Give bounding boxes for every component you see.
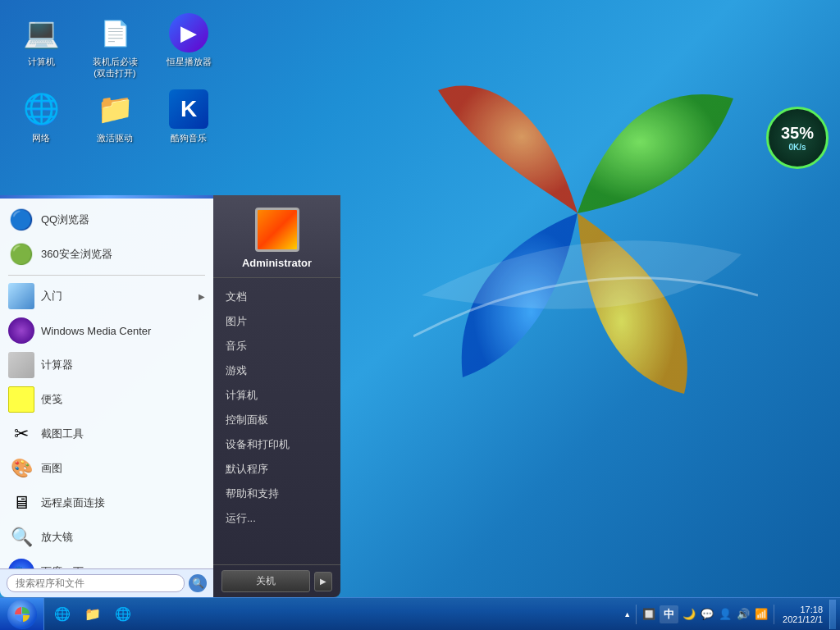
divider-1 xyxy=(8,275,205,276)
taskbar-network-icon: 🌐 xyxy=(54,606,71,623)
baidu-icon: 🐾 xyxy=(8,559,34,568)
intro-icon xyxy=(8,283,34,309)
right-links: 文档 图片 音乐 游戏 计算机 控制面板 设备和打印机 默认程序 帮助和支持 运… xyxy=(213,278,340,564)
start-menu-left: 🔵 QQ浏览器 🟢 360安全浏览器 入门 ▶ xyxy=(0,195,213,597)
qq-browser-icon: 🔵 xyxy=(8,207,34,233)
shutdown-button[interactable]: 关机 xyxy=(221,570,310,592)
taskbar-apps: 🌐 📁 🌐 xyxy=(44,600,619,628)
taskbar-app-explorer[interactable]: 📁 xyxy=(79,600,107,628)
computer-icon-label: 计算机 xyxy=(28,56,55,67)
qq-browser-label: QQ浏览器 xyxy=(41,212,205,227)
ime-indicator[interactable]: 中 xyxy=(660,605,678,623)
kkmusic-label: 酷狗音乐 xyxy=(171,132,207,144)
desktop-icon-driver[interactable]: 📁 激活驱动 xyxy=(82,84,148,148)
tray-network-tray-icon[interactable]: 📶 xyxy=(754,607,769,622)
right-link-default-programs[interactable]: 默认程序 xyxy=(213,457,340,482)
360-browser-icon: 🟢 xyxy=(8,241,34,267)
tray-user-icon[interactable]: 👤 xyxy=(718,607,733,622)
tray-time: 17:18 xyxy=(800,605,823,614)
start-menu-item-sticky[interactable]: 便笺 xyxy=(0,382,213,417)
right-link-pictures[interactable]: 图片 xyxy=(213,309,340,334)
tray-checkbox-icon[interactable]: 🔲 xyxy=(641,607,656,622)
network-icon: 🌐 xyxy=(21,89,61,129)
taskbar-ie-icon: 🌐 xyxy=(115,606,131,623)
start-menu-item-baidu[interactable]: 🐾 百度一下 xyxy=(0,555,213,568)
right-link-documents[interactable]: 文档 xyxy=(213,285,340,309)
shutdown-arrow[interactable]: ▶ xyxy=(314,572,332,591)
tray-expand-arrow[interactable]: ▲ xyxy=(623,610,631,619)
remote-icon: 🖥 xyxy=(8,490,34,516)
right-link-run[interactable]: 运行... xyxy=(213,506,340,531)
widget-speed: 0K/s xyxy=(788,143,806,152)
tray-moon-icon[interactable]: 🌙 xyxy=(682,607,696,622)
360-browser-label: 360安全浏览器 xyxy=(41,247,205,262)
paint-label: 画图 xyxy=(41,461,205,476)
widget-circle: 35% 0K/s xyxy=(766,107,829,169)
desktop-icon-kkmusic[interactable]: K 酷狗音乐 xyxy=(156,84,221,148)
computer-icon: 💻 xyxy=(21,13,61,52)
start-menu-items: 🔵 QQ浏览器 🟢 360安全浏览器 入门 ▶ xyxy=(0,199,213,568)
start-orb xyxy=(7,600,37,629)
driver-label: 激活驱动 xyxy=(97,132,133,144)
user-section: Administrator xyxy=(213,195,340,278)
magnifier-label: 放大镜 xyxy=(41,530,205,545)
start-menu-bottom: 关机 ▶ xyxy=(213,564,340,597)
wmc-label: Windows Media Center xyxy=(41,325,205,337)
install-apps-label: 装机后必读(双击打开) xyxy=(87,56,143,80)
taskbar-app-ie[interactable]: 🌐 xyxy=(109,600,137,628)
tray-clock: 17:18 2021/12/1 xyxy=(779,605,826,624)
start-menu: 🔵 QQ浏览器 🟢 360安全浏览器 入门 ▶ xyxy=(0,195,340,597)
desktop-icon-media-player[interactable]: ▶ 恒星播放器 xyxy=(156,8,221,84)
media-player-label: 恒星播放器 xyxy=(167,56,212,67)
tray-divider-1 xyxy=(636,605,637,624)
start-menu-item-magnifier[interactable]: 🔍 放大镜 xyxy=(0,520,213,555)
wmc-icon xyxy=(8,317,34,344)
intro-arrow: ▶ xyxy=(199,292,205,301)
start-menu-item-qq-browser[interactable]: 🔵 QQ浏览器 xyxy=(0,203,213,237)
media-player-icon: ▶ xyxy=(169,13,208,52)
right-link-help[interactable]: 帮助和支持 xyxy=(213,482,340,506)
calculator-label: 计算器 xyxy=(41,358,205,372)
taskbar-app-network[interactable]: 🌐 xyxy=(48,600,76,628)
driver-icon: 📁 xyxy=(95,89,135,129)
avatar xyxy=(255,208,299,252)
network-label: 网络 xyxy=(32,132,50,144)
desktop-icon-computer[interactable]: 💻 计算机 xyxy=(8,8,74,84)
windows-logo xyxy=(413,49,758,394)
search-input[interactable] xyxy=(7,574,185,592)
start-menu-item-snipping[interactable]: ✂ 截图工具 xyxy=(0,417,213,451)
start-button[interactable] xyxy=(0,598,44,631)
right-link-music[interactable]: 音乐 xyxy=(213,334,340,358)
taskbar: 🌐 📁 🌐 ▲ 🔲 中 🌙 💬 👤 🔊 📶 17:18 2021/12/1 xyxy=(0,597,840,630)
show-desktop-button[interactable] xyxy=(829,600,836,629)
desktop-icon-network[interactable]: 🌐 网络 xyxy=(8,84,74,148)
right-link-control-panel[interactable]: 控制面板 xyxy=(213,408,340,432)
right-link-devices[interactable]: 设备和打印机 xyxy=(213,432,340,457)
start-menu-search: 🔍 xyxy=(0,568,213,597)
desktop-icon-install-apps[interactable]: 📄 装机后必读(双击打开) xyxy=(82,8,148,84)
widget-percent: 35% xyxy=(781,124,814,143)
start-menu-item-paint[interactable]: 🎨 画图 xyxy=(0,451,213,486)
magnifier-icon: 🔍 xyxy=(8,524,34,550)
sticky-label: 便笺 xyxy=(41,392,205,407)
right-link-computer[interactable]: 计算机 xyxy=(213,383,340,408)
search-button[interactable]: 🔍 xyxy=(189,574,207,592)
start-menu-item-360-browser[interactable]: 🟢 360安全浏览器 xyxy=(0,237,213,272)
start-menu-item-intro[interactable]: 入门 ▶ xyxy=(0,279,213,313)
start-menu-item-remote[interactable]: 🖥 远程桌面连接 xyxy=(0,486,213,520)
snipping-label: 截图工具 xyxy=(41,427,205,441)
start-menu-right: Administrator 文档 图片 音乐 游戏 计算机 控制面板 设备和打印… xyxy=(213,195,340,597)
calculator-icon xyxy=(8,352,34,378)
start-menu-item-calculator[interactable]: 计算器 xyxy=(0,348,213,382)
desktop: 💻 计算机 📄 装机后必读(双击打开) ▶ 恒星播放器 🌐 网络 📁 激活驱动 xyxy=(0,0,840,630)
right-link-games[interactable]: 游戏 xyxy=(213,358,340,383)
tray-volume-icon[interactable]: 🔊 xyxy=(736,607,751,622)
desktop-icon-row-1: 💻 计算机 📄 装机后必读(双击打开) ▶ 恒星播放器 xyxy=(8,8,221,84)
start-menu-item-wmc[interactable]: Windows Media Center xyxy=(0,313,213,348)
baidu-label: 百度一下 xyxy=(41,564,205,568)
sticky-icon xyxy=(8,386,34,413)
tray-bubble-icon[interactable]: 💬 xyxy=(700,607,714,622)
user-name: Administrator xyxy=(242,257,312,269)
tray-date: 2021/12/1 xyxy=(783,614,823,624)
remote-label: 远程桌面连接 xyxy=(41,495,205,510)
